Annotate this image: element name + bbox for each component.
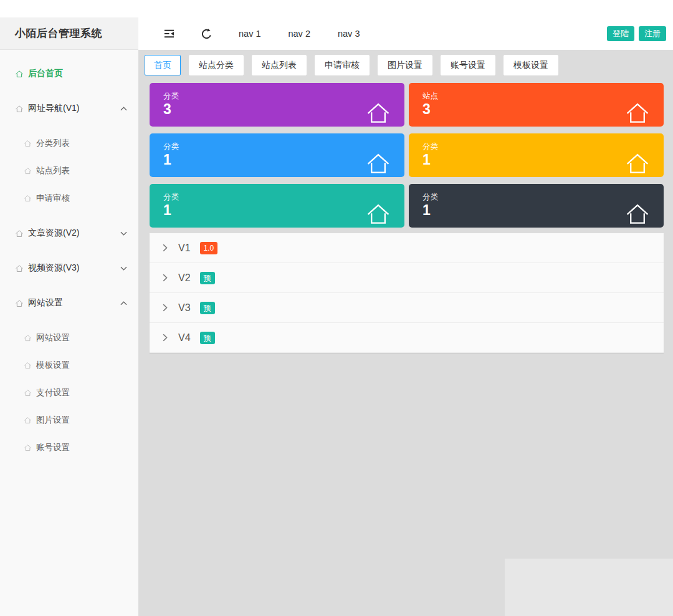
chevron-right-icon (163, 304, 168, 312)
card-label: 分类 (163, 142, 179, 152)
sidebar-group[interactable]: 文章资源(V2) (0, 216, 138, 251)
home-icon (365, 101, 391, 125)
sidebar-group[interactable]: 视频资源(V3) (0, 251, 138, 286)
card-value: 1 (422, 202, 431, 219)
sidebar-sublist: 网站设置 模板设置 支付设置 图片设置 (0, 324, 138, 461)
home-icon (15, 299, 24, 307)
topbar: nav 1nav 2nav 3 登陆 注册 (138, 17, 673, 50)
page: 小陌后台管理系统 后台首页 网址导航(V1) (0, 0, 673, 616)
sidebar-group-label: 文章资源(V2) (28, 228, 79, 239)
version-badge: 预 (200, 332, 215, 344)
card-value: 3 (163, 101, 171, 118)
version-row[interactable]: V4 预 (150, 323, 664, 353)
home-icon (365, 152, 391, 175)
tab[interactable]: 图片设置 (378, 55, 432, 75)
sidebar-subitem-label: 账号设置 (36, 442, 70, 453)
version-row[interactable]: V2 预 (150, 263, 664, 293)
chevron-icon (120, 231, 127, 236)
chevron-right-icon (163, 274, 168, 282)
sidebar-subitem[interactable]: 支付设置 (0, 379, 138, 407)
home-icon (624, 152, 651, 175)
top-nav-item[interactable]: nav 2 (288, 29, 310, 39)
sidebar-subitem-label: 支付设置 (36, 387, 70, 398)
home-icon (624, 202, 651, 226)
sidebar-subitem[interactable]: 模板设置 (0, 352, 138, 379)
sidebar-subitem-label: 申请审核 (36, 193, 70, 204)
card-label: 分类 (422, 142, 438, 152)
stat-card[interactable]: 站点 3 (409, 83, 664, 127)
home-icon (24, 167, 32, 175)
tab[interactable]: 模板设置 (504, 55, 558, 75)
card-value: 1 (163, 202, 171, 219)
tab[interactable]: 站点列表 (252, 55, 307, 75)
sidebar-subitem[interactable]: 图片设置 (0, 407, 138, 434)
home-icon (24, 195, 32, 202)
content-area: 首页站点分类站点列表申请审核图片设置账号设置模板设置 分类 3 站点 3 分类 … (138, 50, 673, 616)
home-icon (15, 70, 24, 78)
refresh-icon[interactable] (201, 28, 212, 40)
tab[interactable]: 站点分类 (189, 55, 244, 75)
card-label: 分类 (163, 192, 179, 203)
version-row[interactable]: V1 1.0 (150, 233, 664, 263)
sidebar-item-home[interactable]: 后台首页 (0, 61, 138, 86)
card-label: 分类 (422, 192, 438, 203)
sidebar-subitem[interactable]: 网站设置 (0, 324, 138, 352)
top-nav-item[interactable]: nav 3 (338, 29, 360, 39)
home-icon (15, 105, 24, 113)
sidebar: 小陌后台管理系统 后台首页 网址导航(V1) (0, 17, 138, 616)
home-icon (15, 264, 24, 272)
sidebar-group-label: 网址导航(V1) (28, 103, 79, 114)
stat-card[interactable]: 分类 1 (150, 133, 404, 177)
stat-card[interactable]: 分类 1 (409, 133, 664, 177)
tab[interactable]: 申请审核 (315, 55, 370, 75)
stat-card[interactable]: 分类 1 (409, 184, 664, 228)
chevron-right-icon (163, 244, 168, 252)
stat-card[interactable]: 分类 1 (150, 184, 404, 228)
tab-bar: 首页站点分类站点列表申请审核图片设置账号设置模板设置 (145, 55, 673, 75)
login-button[interactable]: 登陆 (607, 26, 634, 41)
sidebar-subitem[interactable]: 申请审核 (0, 185, 138, 212)
watermark (505, 559, 673, 616)
stat-card[interactable]: 分类 3 (150, 83, 404, 127)
collapse-menu-icon[interactable] (163, 29, 175, 39)
sidebar-group[interactable]: 网站设置 (0, 286, 138, 320)
sidebar-subitem-label: 站点列表 (36, 165, 70, 176)
register-button[interactable]: 注册 (639, 26, 666, 41)
top-nav-item[interactable]: nav 1 (239, 29, 260, 39)
home-icon (24, 362, 32, 369)
sidebar-subitem-label: 网站设置 (36, 332, 70, 344)
chevron-icon (120, 301, 127, 306)
version-badge: 1.0 (200, 242, 218, 254)
sidebar-group-label: 网站设置 (28, 297, 63, 309)
version-row[interactable]: V3 预 (150, 293, 664, 323)
version-list: V1 1.0 V2 预 V3 预 V4 预 (150, 233, 664, 353)
sidebar-subitem-label: 分类列表 (36, 138, 70, 149)
home-icon (24, 444, 32, 451)
chevron-icon (120, 107, 127, 111)
sidebar-subitem[interactable]: 站点列表 (0, 157, 138, 185)
card-label: 分类 (163, 91, 179, 102)
card-value: 1 (163, 152, 171, 168)
home-icon (24, 140, 32, 147)
sidebar-sublist: 分类列表 站点列表 申请审核 (0, 130, 138, 212)
home-icon (365, 202, 391, 226)
card-value: 1 (422, 152, 431, 168)
sidebar-subitem[interactable]: 账号设置 (0, 434, 138, 461)
chevron-right-icon (163, 334, 168, 342)
version-badge: 预 (200, 272, 215, 284)
tab[interactable]: 账号设置 (441, 55, 495, 75)
version-label: V1 (178, 243, 191, 254)
stat-cards-grid: 分类 3 站点 3 分类 1 分类 1 (150, 83, 664, 228)
home-icon (24, 334, 32, 342)
auth-buttons: 登陆 注册 (607, 26, 666, 41)
sidebar-group[interactable]: 网址导航(V1) (0, 91, 138, 126)
version-label: V2 (178, 272, 191, 284)
sidebar-group-label: 视频资源(V3) (28, 262, 79, 274)
sidebar-subitem[interactable]: 分类列表 (0, 130, 138, 157)
app-title: 小陌后台管理系统 (15, 26, 102, 41)
version-badge: 预 (200, 302, 215, 314)
tab-active[interactable]: 首页 (145, 55, 181, 75)
chevron-icon (120, 266, 127, 271)
card-value: 3 (422, 101, 431, 118)
card-label: 站点 (422, 91, 438, 102)
